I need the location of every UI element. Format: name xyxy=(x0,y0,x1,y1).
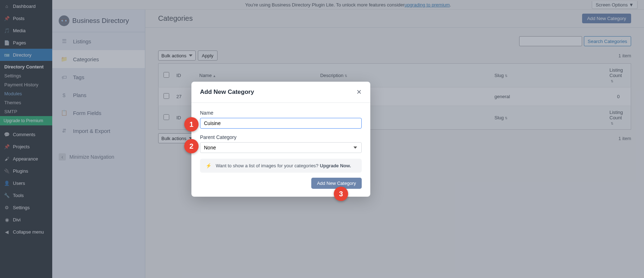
name-input[interactable] xyxy=(200,118,362,129)
parent-category-label: Parent Category xyxy=(200,134,362,140)
modal-body: Name Parent Category None ⚡ Want to show… xyxy=(191,103,370,197)
modal-header: Add New Category ✕ xyxy=(191,82,370,103)
parent-category-select[interactable]: None xyxy=(200,142,362,153)
name-label: Name xyxy=(200,110,362,116)
annotation-1: 1 xyxy=(184,117,199,131)
upgrade-notice: ⚡ Want to show a list of images for your… xyxy=(200,159,362,173)
upgrade-text: Want to show a list of images for your c… xyxy=(216,163,318,168)
bolt-icon: ⚡ xyxy=(206,163,211,168)
upgrade-now-link[interactable]: Upgrade Now. xyxy=(320,163,351,168)
add-category-modal: Add New Category ✕ Name Parent Category … xyxy=(191,82,370,197)
annotation-2: 2 xyxy=(184,139,199,153)
modal-title: Add New Category xyxy=(200,88,254,96)
annotation-3: 3 xyxy=(334,187,348,201)
modal-add-category-button[interactable]: Add New Category xyxy=(311,178,362,189)
form-group-name: Name xyxy=(200,110,362,129)
form-group-parent: Parent Category None xyxy=(200,134,362,153)
close-icon[interactable]: ✕ xyxy=(356,88,362,96)
